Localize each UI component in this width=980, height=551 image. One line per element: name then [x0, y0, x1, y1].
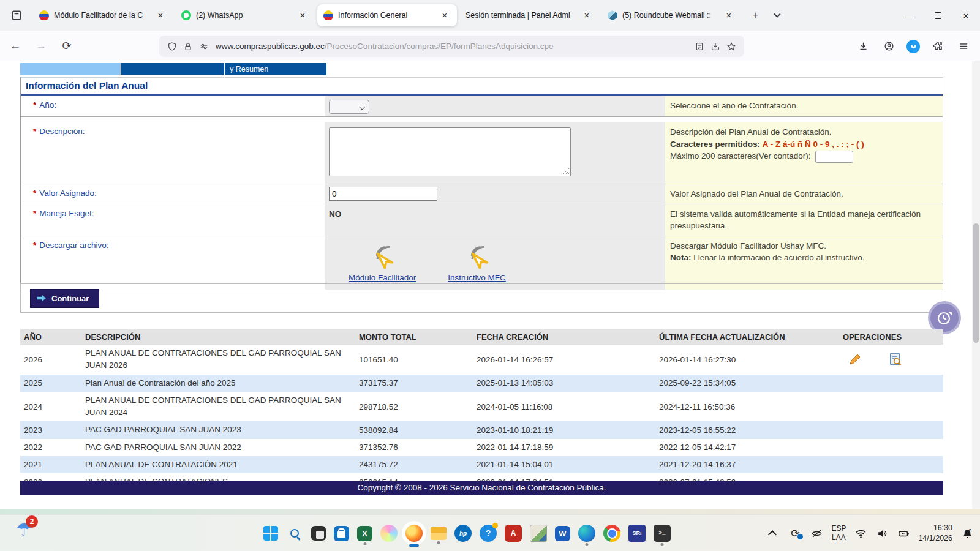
table-row[interactable]: 2021 PLAN ANUAL DE CONTRATACIÓN 2021 243… — [20, 456, 943, 473]
tab-close-icon[interactable]: × — [439, 9, 451, 21]
bookmark-star-icon[interactable] — [723, 39, 739, 54]
scrollbar-thumb[interactable] — [973, 223, 979, 343]
page-scrollbar[interactable] — [972, 61, 980, 509]
shield-icon[interactable] — [164, 39, 180, 54]
tab-informacion-general[interactable]: Información General × — [317, 4, 457, 26]
anio-select[interactable] — [329, 100, 369, 114]
tab-close-icon[interactable]: × — [154, 9, 167, 21]
start-icon[interactable] — [263, 526, 278, 541]
window-controls: — × — [895, 0, 980, 31]
instructivo-mfc-download[interactable]: Instructivo MFC — [448, 244, 506, 282]
copilot-icon[interactable] — [380, 525, 398, 542]
valor-asignado-input[interactable] — [329, 187, 437, 201]
chrome-icon[interactable] — [603, 525, 620, 542]
url-bar[interactable]: www.compraspublicas.gob.ec/ProcesoContra… — [159, 36, 744, 57]
maximize-button[interactable] — [924, 0, 952, 31]
hp-icon[interactable]: hp — [454, 525, 472, 542]
tab-whatsapp[interactable]: (2) WhatsApp × — [175, 4, 315, 26]
step-tab-3[interactable]: y Resumen — [225, 63, 326, 75]
description-cell: Plan Anual de Contratación del año 2025 — [81, 375, 355, 392]
volume-icon[interactable] — [875, 527, 889, 540]
sync-icon[interactable]: ⟳ — [788, 527, 802, 540]
created-cell: 2021-01-14 15:04:01 — [473, 456, 655, 473]
year-cell: 2022 — [20, 439, 81, 456]
col-operaciones: OPERACIONES — [839, 329, 943, 345]
year-cell: 2024 — [20, 392, 81, 422]
year-cell: 2026 — [20, 345, 81, 375]
extensions-puzzle-icon[interactable] — [930, 39, 946, 54]
table-row[interactable]: 2024 PLAN ANUAL DE CONTRATACIONES DEL GA… — [20, 392, 943, 422]
task-view-icon[interactable] — [311, 526, 326, 541]
lock-icon[interactable] — [180, 39, 196, 54]
language-indicator[interactable]: ESPLAA — [831, 524, 846, 542]
descripcion-help: Descripción del Plan Anual de Contrataci… — [665, 122, 943, 184]
operations-cell — [839, 345, 943, 375]
step-tab-1[interactable] — [20, 63, 121, 75]
downloads-icon[interactable] — [855, 39, 871, 54]
notification-badge: 2 — [26, 515, 38, 528]
plan-anual-form: Información del Plan Anual *Año: Selecci… — [20, 77, 943, 290]
search-icon[interactable] — [286, 525, 303, 542]
table-row[interactable]: 2023 PAC GAD PARROQUIAL SAN JUAN 2023 53… — [20, 421, 943, 438]
updated-cell: 2026-01-14 16:27:30 — [655, 345, 839, 375]
store-icon[interactable] — [334, 526, 349, 541]
table-row[interactable]: 2022 PAC GAD PARROQUIAL SAN JUAN 2022 37… — [20, 439, 943, 456]
step-tab-2[interactable] — [121, 63, 224, 75]
minimize-button[interactable]: — — [895, 0, 924, 31]
word-icon[interactable]: W — [555, 526, 570, 541]
tab-title: Módulo Facilitador de la C — [54, 11, 149, 20]
save-page-icon[interactable] — [707, 39, 723, 54]
notification-bell-icon[interactable]: z — [960, 527, 974, 540]
modulo-facilitador-download[interactable]: Módulo Facilitador — [349, 244, 416, 282]
reload-button[interactable]: ⟳ — [56, 36, 77, 56]
terminal-icon[interactable]: >_ — [654, 525, 671, 542]
help-icon[interactable]: ? — [480, 525, 497, 542]
tab-sesion-terminada[interactable]: Sesión terminada | Panel Admi × — [459, 4, 599, 26]
forward-button[interactable]: → — [31, 36, 51, 56]
tab-close-icon[interactable]: × — [581, 9, 593, 21]
tab-modulo-facilitador[interactable]: Módulo Facilitador de la C × — [33, 4, 173, 26]
operations-cell — [839, 421, 943, 438]
edge-icon[interactable] — [578, 525, 595, 542]
char-counter-input[interactable] — [815, 151, 853, 163]
table-row[interactable]: 2025 Plan Anual de Contratación del año … — [20, 375, 943, 392]
eye-crossed-icon[interactable] — [810, 527, 823, 540]
tab-close-icon[interactable]: × — [723, 9, 735, 21]
acrobat-icon[interactable]: A — [505, 525, 522, 542]
table-row[interactable]: 2026 PLAN ANUAL DE CONTRATACIONES DEL GA… — [20, 345, 943, 375]
continuar-button[interactable]: Continuar — [30, 289, 99, 308]
row-descripcion: *Descripción: Descripción del Plan Anual… — [21, 122, 943, 184]
permissions-icon[interactable] — [196, 39, 212, 54]
tab-roundcube[interactable]: (5) Roundcube Webmail :: × — [601, 4, 741, 26]
tab-list-chevron-icon[interactable] — [768, 6, 786, 24]
edit-pencil-icon[interactable] — [848, 352, 862, 367]
new-tab-button[interactable]: + — [746, 6, 764, 24]
back-button[interactable]: ← — [5, 36, 26, 56]
sri-icon[interactable]: SRi — [628, 525, 646, 542]
firefox-icon[interactable] — [405, 525, 423, 542]
excel-icon[interactable]: X — [357, 526, 372, 541]
close-window-button[interactable]: × — [952, 0, 980, 31]
allowed-chars: A - Z á-ú ñ Ñ 0 - 9 , . : ; - ( ) — [763, 140, 864, 149]
umbrella-desktop-icon[interactable]: ☂2 — [16, 519, 32, 540]
url-text[interactable]: www.compraspublicas.gob.ec/ProcesoContra… — [216, 42, 692, 51]
monto-cell: 373175.37 — [355, 375, 473, 392]
view-document-icon[interactable] — [888, 352, 903, 367]
explorer-icon[interactable] — [431, 527, 447, 540]
account-icon[interactable] — [881, 39, 897, 54]
date: 14/1/2026 — [918, 534, 952, 542]
anio-label: Año: — [39, 100, 56, 110]
wifi-icon[interactable] — [854, 527, 867, 540]
tab-title: (5) Roundcube Webmail :: — [622, 11, 718, 20]
row-maneja-esigef: *Maneja Esigef: NO El sistema valida aut… — [21, 204, 943, 236]
clock-date[interactable]: 16:3014/1/2026 — [918, 523, 952, 544]
descripcion-textarea[interactable] — [329, 127, 571, 176]
battery-icon[interactable] — [897, 527, 910, 540]
reader-mode-icon[interactable] — [692, 39, 707, 54]
tab-close-icon[interactable]: × — [296, 9, 309, 21]
tray-chevron-up-icon[interactable] — [767, 527, 780, 540]
fox-extension-icon[interactable] — [907, 40, 920, 53]
gallery-icon[interactable] — [530, 525, 547, 542]
tab-manager-icon[interactable] — [6, 5, 27, 26]
menu-hamburger-icon[interactable] — [956, 39, 971, 54]
